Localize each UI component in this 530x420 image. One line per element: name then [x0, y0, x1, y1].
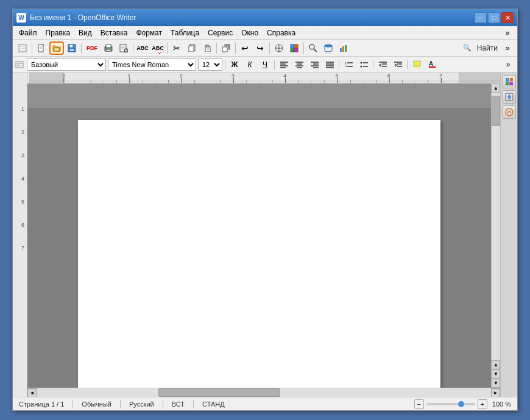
paragraph-style-select[interactable]: Базовый Заголовок 1 Заголовок 2 Текст [27, 59, 106, 71]
styles-tool-button[interactable] [503, 105, 516, 119]
scroll-to-next-button[interactable]: ▼ [492, 369, 500, 379]
minimize-button[interactable]: ─ [475, 12, 487, 23]
clone-formatting-button[interactable] [219, 41, 233, 55]
menu-bar: Файл Правка Вид Вставка Формат Таблица С… [13, 26, 517, 40]
svg-rect-39 [16, 62, 23, 68]
svg-point-64 [360, 65, 362, 67]
gallery-tool-button[interactable] [503, 75, 516, 88]
svg-rect-120 [509, 82, 513, 85]
paste-button[interactable] [200, 41, 214, 55]
formatbar-overflow[interactable]: » [501, 59, 515, 71]
side-tools-panel [500, 73, 517, 397]
align-right-button[interactable] [308, 59, 321, 71]
svg-rect-36 [340, 48, 342, 52]
zoom-decrease-button[interactable]: − [414, 399, 424, 409]
svg-point-62 [360, 62, 362, 63]
insert-mode[interactable]: ВСТ [169, 400, 187, 408]
vertical-ruler: 1 2 3 4 5 6 7 [13, 73, 27, 397]
scroll-down-button[interactable]: ▼ [492, 379, 500, 388]
font-color-button[interactable]: A [425, 59, 439, 71]
vertical-scrollbar[interactable]: ▲ ▲ ▼ ▼ [491, 84, 500, 388]
svg-rect-13 [120, 44, 126, 52]
document-viewport[interactable] [27, 84, 491, 388]
navigator-tool-button[interactable] [503, 90, 516, 104]
window-title: Без имени 1 - OpenOffice Writer [30, 13, 136, 22]
scroll-to-prev-button[interactable]: ▲ [492, 360, 500, 369]
toolbar-overflow-right[interactable]: » [500, 41, 515, 55]
svg-line-34 [314, 49, 317, 52]
svg-rect-32 [294, 48, 298, 52]
maximize-button[interactable]: □ [488, 12, 500, 23]
svg-text:4: 4 [283, 73, 286, 78]
menu-insert[interactable]: Вставка [97, 27, 132, 38]
menu-table[interactable]: Таблица [167, 27, 203, 38]
find-replace-button[interactable] [306, 41, 320, 55]
font-size-select[interactable]: 891011 12141618 [198, 59, 222, 71]
document-page[interactable] [78, 120, 440, 388]
increase-indent-button[interactable] [391, 59, 405, 71]
svg-rect-30 [295, 44, 298, 48]
scroll-left-button[interactable]: ◄ [27, 388, 37, 397]
document-language: Русский [127, 400, 157, 408]
find-button[interactable]: 🔍 [460, 41, 475, 55]
selection-mode[interactable]: СТАНД [200, 400, 227, 408]
svg-rect-75 [429, 66, 436, 68]
svg-rect-2 [20, 48, 25, 49]
datasources-button[interactable] [321, 41, 336, 55]
open-button[interactable] [49, 41, 64, 55]
svg-point-122 [506, 109, 513, 116]
svg-text:6: 6 [387, 73, 390, 78]
scroll-up-button[interactable]: ▲ [492, 84, 500, 93]
svg-line-18 [127, 52, 128, 52]
new-button[interactable] [34, 41, 49, 55]
align-justify-button[interactable] [323, 59, 336, 71]
gallery-button[interactable] [287, 41, 302, 55]
svg-rect-117 [506, 78, 509, 82]
bullet-list-button[interactable] [357, 59, 370, 71]
scroll-right-button[interactable]: ► [491, 388, 500, 397]
menu-window[interactable]: Окно [238, 27, 262, 38]
redo-button[interactable]: ↪ [253, 41, 267, 55]
svg-rect-29 [291, 44, 294, 48]
menu-tools[interactable]: Сервис [204, 27, 236, 38]
numbered-list-button[interactable]: 1.2. [342, 59, 355, 71]
align-center-button[interactable] [292, 59, 306, 71]
menu-format[interactable]: Формат [132, 27, 166, 38]
menu-edit[interactable]: Правка [42, 27, 74, 38]
decrease-indent-button[interactable] [376, 59, 389, 71]
svg-text:2: 2 [180, 73, 183, 78]
svg-rect-38 [345, 45, 347, 52]
cut-button[interactable]: ✂ [169, 41, 184, 55]
style-icon-btn[interactable] [15, 41, 30, 55]
svg-rect-73 [414, 66, 420, 68]
horizontal-scrollbar[interactable]: ◄ ► [27, 388, 500, 397]
spellcheck-button[interactable]: ABC [135, 41, 150, 55]
zoom-slider[interactable] [426, 403, 475, 405]
highlight-color-button[interactable] [410, 59, 423, 71]
align-left-button[interactable] [277, 59, 291, 71]
status-bar: Страница 1 / 1 Обычный Русский ВСТ СТАНД… [13, 397, 517, 410]
font-name-select[interactable]: Times New Roman Arial Calibri [108, 59, 196, 71]
print-button[interactable] [101, 41, 116, 55]
bold-button[interactable]: Ж [228, 59, 241, 71]
save-button[interactable] [65, 41, 79, 55]
zoom-increase-button[interactable]: + [478, 399, 487, 409]
underline-button[interactable]: Ч [258, 59, 272, 71]
menu-help[interactable]: Справка [263, 27, 299, 38]
close-button[interactable]: ✕ [501, 12, 514, 23]
toolbar-overflow[interactable]: » [500, 26, 515, 40]
preview-button[interactable] [116, 41, 131, 55]
svg-point-33 [309, 44, 314, 49]
italic-button[interactable]: К [243, 59, 256, 71]
menu-file[interactable]: Файл [15, 27, 41, 38]
menu-view[interactable]: Вид [75, 27, 96, 38]
autocorrect-button[interactable]: ABC [150, 41, 165, 55]
find-label: Найти [477, 44, 498, 52]
pdf-button[interactable]: PDF [83, 41, 101, 55]
undo-button[interactable]: ↩ [238, 41, 252, 55]
page-count: Страница 1 / 1 [16, 400, 66, 408]
format-bar: Базовый Заголовок 1 Заголовок 2 Текст Ti… [13, 57, 517, 73]
navigator-button[interactable] [272, 41, 286, 55]
chart-button[interactable] [336, 41, 351, 55]
copy-button[interactable] [185, 41, 199, 55]
